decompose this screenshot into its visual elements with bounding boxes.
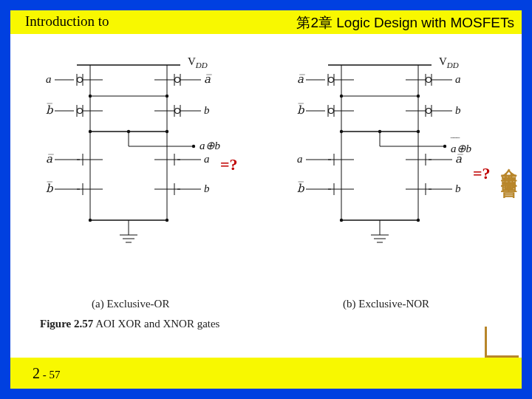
svg-point-160 <box>417 219 420 222</box>
svg-point-159 <box>340 219 343 222</box>
figure-caption: Figure 2.57 AOI XOR and XNOR gates <box>40 318 219 330</box>
equals-question-a: =? <box>220 155 238 174</box>
svg-point-14 <box>78 109 83 114</box>
svg-text:b̅: b̅ <box>297 181 305 194</box>
title-bar: Introduction to 第2章 Logic Design with MO… <box>10 10 522 34</box>
svg-text:a: a <box>204 153 210 165</box>
svg-text:b̅: b̅ <box>46 181 54 194</box>
svg-point-32 <box>175 109 180 114</box>
svg-text:a: a <box>46 73 52 85</box>
svg-text:VDD: VDD <box>439 55 459 69</box>
svg-text:b: b <box>455 183 461 194</box>
svg-text:a̅: a̅ <box>455 153 463 165</box>
caption-b: (b) Exclusive-NOR <box>343 298 429 310</box>
publisher-logo-icon <box>485 327 519 358</box>
svg-text:a: a <box>455 73 461 85</box>
svg-point-114 <box>426 109 432 114</box>
equals-question-b: =? <box>473 164 491 183</box>
svg-text:a̅: a̅ <box>204 73 212 85</box>
page-number: 2 - 57 <box>33 365 61 382</box>
svg-text:b̅: b̅ <box>46 103 54 116</box>
svg-point-129 <box>443 145 446 148</box>
svg-text:a̅: a̅ <box>46 153 54 165</box>
svg-text:a̅: a̅ <box>297 73 305 85</box>
caption-a: (a) Exclusive-OR <box>92 298 169 310</box>
svg-point-23 <box>175 78 180 83</box>
circuits: VDD a b̅ <box>18 43 505 324</box>
svg-point-87 <box>329 78 334 83</box>
svg-point-45 <box>127 130 130 133</box>
svg-point-76 <box>89 219 92 222</box>
svg-point-105 <box>426 78 432 83</box>
svg-point-47 <box>192 145 195 148</box>
svg-text:b: b <box>455 104 461 116</box>
svg-point-77 <box>166 219 168 222</box>
svg-point-127 <box>378 130 381 133</box>
footer-bar: 2 - 57 <box>10 358 522 389</box>
svg-text:b: b <box>204 183 210 194</box>
title-right: 第2章 Logic Design with MOSFETs <box>296 13 514 33</box>
svg-point-96 <box>329 109 334 114</box>
svg-text:a: a <box>297 153 303 165</box>
svg-text:a⊕b: a⊕b <box>200 140 221 151</box>
content-area: VDD a b̅ <box>10 35 522 358</box>
title-left: Introduction to <box>25 13 109 30</box>
svg-text:b: b <box>204 104 210 116</box>
circuit-xnor: VDD a̅ b̅ <box>284 43 505 279</box>
svg-text:b̅: b̅ <box>297 103 305 116</box>
svg-point-5 <box>78 78 83 83</box>
svg-text:VDD: VDD <box>188 55 208 69</box>
publisher-text: 全華圖書 <box>498 155 520 173</box>
